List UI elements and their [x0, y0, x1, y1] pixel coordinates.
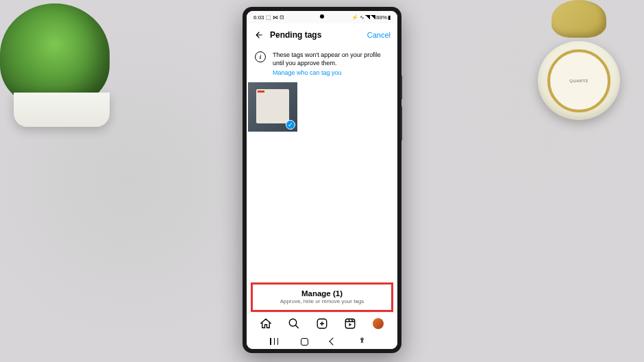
search-tab[interactable] — [287, 317, 301, 330]
clock-brand-label: QUARTZ — [569, 79, 589, 83]
search-icon — [288, 317, 300, 330]
page-title: Pending tags — [270, 30, 362, 40]
nav-recents-button[interactable] — [270, 338, 278, 345]
back-button[interactable] — [253, 29, 264, 40]
thumbnail-content — [256, 89, 289, 123]
phone-device: 6:03 ⬚ ⋈ ⊡ ⚡ ∿ 88% ▮ Pending tags Cancel — [243, 7, 401, 353]
plus-square-icon — [316, 317, 328, 330]
nav-home-button[interactable] — [301, 338, 308, 346]
battery-percent: 88% — [376, 14, 387, 21]
arrow-left-icon — [254, 30, 264, 40]
status-right-icons: ⚡ ∿ — [351, 14, 364, 21]
manage-who-can-tag-link[interactable]: Manage who can tag you — [273, 69, 342, 77]
status-time: 6:03 — [253, 14, 264, 21]
reels-tab[interactable] — [343, 317, 357, 330]
selected-check-icon: ✓ — [286, 120, 295, 130]
info-icon: i — [255, 51, 266, 62]
manage-button-title: Manage (1) — [253, 289, 391, 298]
background-pear-decor — [552, 0, 606, 38]
manage-button-subtitle: Approve, hide or remove your tags — [253, 298, 391, 304]
battery-icon: ▮ — [388, 14, 391, 21]
background-clock: QUARTZ — [538, 41, 620, 130]
info-banner: i These tags won't appear on your profil… — [247, 47, 397, 82]
cancel-button[interactable]: Cancel — [367, 31, 391, 39]
info-text: These tags won't appear on your profile … — [273, 51, 389, 77]
app-header: Pending tags Cancel — [247, 23, 397, 47]
home-tab[interactable] — [259, 317, 273, 330]
phone-screen: 6:03 ⬚ ⋈ ⊡ ⚡ ∿ 88% ▮ Pending tags Cancel — [247, 11, 397, 349]
svg-point-0 — [289, 319, 297, 326]
signal-icon — [365, 15, 370, 19]
pending-tags-grid: ✓ — [247, 82, 397, 282]
background-plant — [0, 3, 123, 141]
signal-icon-2 — [371, 15, 375, 19]
svg-line-1 — [295, 325, 299, 328]
camera-hole — [320, 14, 324, 19]
status-left-icons: ⬚ ⋈ ⊡ — [266, 14, 284, 21]
tagged-photo-thumbnail[interactable]: ✓ — [248, 82, 297, 132]
home-icon — [260, 317, 272, 330]
android-nav-bar — [247, 334, 397, 349]
bottom-tab-bar — [247, 312, 397, 334]
nav-accessibility-button[interactable] — [358, 337, 366, 346]
highlight-annotation: Manage (1) Approve, hide or remove your … — [251, 282, 393, 312]
accessibility-icon — [358, 337, 366, 344]
reels-icon — [344, 317, 356, 330]
profile-tab[interactable] — [371, 317, 385, 330]
create-tab[interactable] — [315, 317, 329, 330]
info-message: These tags won't appear on your profile … — [273, 51, 381, 67]
nav-back-button[interactable] — [330, 337, 337, 345]
profile-avatar-icon — [373, 318, 384, 329]
svg-rect-5 — [345, 319, 355, 328]
svg-point-9 — [361, 337, 362, 339]
manage-button[interactable]: Manage (1) Approve, hide or remove your … — [253, 285, 391, 310]
